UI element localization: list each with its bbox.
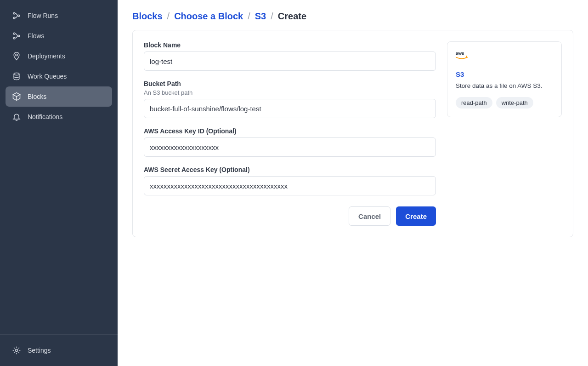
flow-runs-icon	[12, 11, 21, 20]
svg-point-8	[16, 349, 18, 352]
tag-read-path: read-path	[456, 97, 492, 109]
secret-key-input[interactable]	[144, 176, 436, 195]
cancel-button[interactable]: Cancel	[349, 206, 390, 226]
svg-point-7	[14, 73, 19, 75]
breadcrumb-current: Create	[278, 11, 306, 22]
block-form: Block Name Bucket Path An S3 bucket path…	[144, 41, 436, 226]
svg-point-6	[16, 54, 17, 56]
sidebar-item-flow-runs[interactable]: Flow Runs	[6, 6, 112, 26]
sidebar-item-label: Flow Runs	[28, 12, 58, 19]
sidebar-item-label: Settings	[28, 347, 51, 354]
breadcrumb-separator: /	[248, 11, 250, 22]
sidebar-item-notifications[interactable]: Notifications	[6, 107, 112, 127]
info-title: S3	[456, 70, 553, 78]
sidebar-item-label: Notifications	[28, 113, 62, 120]
sidebar: Flow Runs Flows Deployments Work Queues …	[0, 0, 118, 366]
breadcrumb: Blocks / Choose a Block / S3 / Create	[132, 11, 573, 22]
svg-text:aws: aws	[456, 51, 464, 56]
gear-icon	[12, 346, 21, 355]
sidebar-item-blocks[interactable]: Blocks	[6, 86, 112, 107]
sidebar-item-label: Flows	[28, 32, 45, 40]
breadcrumb-blocks[interactable]: Blocks	[132, 11, 163, 22]
block-name-input[interactable]	[144, 51, 436, 71]
breadcrumb-separator: /	[271, 11, 273, 22]
svg-point-4	[13, 37, 15, 39]
breadcrumb-s3[interactable]: S3	[255, 11, 266, 22]
tag-write-path: write-path	[496, 97, 533, 109]
work-queues-icon	[12, 72, 21, 81]
access-key-input[interactable]	[144, 137, 436, 157]
info-panel: aws S3 Store data as a file on AWS S3. r…	[447, 41, 562, 117]
sidebar-item-settings[interactable]: Settings	[6, 340, 112, 360]
svg-point-0	[13, 12, 15, 14]
bucket-path-label: Bucket Path	[144, 80, 436, 87]
info-tags: read-path write-path	[456, 97, 553, 109]
aws-logo-icon: aws	[456, 50, 553, 63]
secret-key-label: AWS Secret Access Key (Optional)	[144, 166, 436, 173]
svg-point-2	[18, 15, 20, 17]
access-key-label: AWS Access Key ID (Optional)	[144, 127, 436, 135]
block-name-label: Block Name	[144, 41, 436, 49]
sidebar-item-label: Blocks	[28, 93, 46, 100]
sidebar-item-work-queues[interactable]: Work Queues	[6, 66, 112, 86]
svg-point-1	[13, 17, 15, 19]
sidebar-item-label: Deployments	[28, 52, 65, 60]
main-content: Blocks / Choose a Block / S3 / Create Bl…	[118, 0, 588, 366]
info-description: Store data as a file on AWS S3.	[456, 82, 553, 91]
sidebar-item-deployments[interactable]: Deployments	[6, 46, 112, 66]
deployments-icon	[12, 51, 21, 61]
notifications-icon	[12, 112, 21, 121]
breadcrumb-choose[interactable]: Choose a Block	[174, 11, 243, 22]
bucket-path-help: An S3 bucket path	[144, 89, 436, 96]
sidebar-item-label: Work Queues	[28, 73, 67, 80]
svg-point-5	[18, 35, 20, 37]
sidebar-item-flows[interactable]: Flows	[6, 26, 112, 46]
flows-icon	[12, 31, 21, 40]
create-button[interactable]: Create	[396, 206, 436, 226]
form-card: Block Name Bucket Path An S3 bucket path…	[132, 30, 573, 237]
svg-point-3	[13, 33, 15, 34]
bucket-path-input[interactable]	[144, 99, 436, 118]
breadcrumb-separator: /	[167, 11, 170, 22]
blocks-icon	[12, 92, 21, 101]
